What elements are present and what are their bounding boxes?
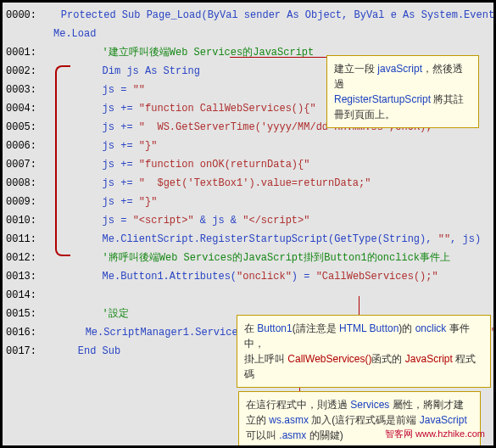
code-span: Dim js As String: [53, 65, 200, 77]
code-row: 0010: js = "<script>" & js & "</script>": [3, 211, 493, 230]
code-span: "}": [139, 196, 158, 208]
line-number: 0009:: [3, 193, 53, 211]
line-number: 0002:: [3, 62, 53, 81]
line-number: 0007:: [3, 155, 53, 174]
code-span: Me.Load: [53, 28, 96, 40]
code-span: "}": [139, 140, 158, 152]
leader-1: [230, 57, 326, 58]
txt: HTML Button: [339, 322, 398, 334]
line-number: 0008:: [3, 174, 53, 193]
code-row: 0009: js += "}": [3, 193, 493, 211]
code-row: 0000: Protected Sub Page_Load(ByVal send…: [3, 6, 493, 25]
code-content: Dim js As String: [53, 62, 200, 81]
code-row: 0013: Me.Button1.Attributes("onclick") =…: [3, 267, 493, 286]
code-content: js = "<script>" & js & "</script>": [53, 211, 309, 230]
line-number: 0011:: [3, 230, 53, 249]
line-number: 0001:: [3, 43, 53, 62]
code-row: 0007: js += "function onOK(returnData){": [3, 155, 493, 174]
txt: javaScript: [377, 63, 422, 75]
line-number: 0010:: [3, 211, 53, 230]
line-number: 0014:: [3, 286, 53, 305]
code-content: '設定: [53, 305, 129, 323]
code-content: '將呼叫後端Web Services的JavaScript掛到Button1的o…: [53, 249, 450, 267]
txt: RegisterStartupScript: [334, 93, 433, 105]
code-row: 0006: js += "}": [3, 137, 493, 155]
txt: 在: [244, 322, 257, 334]
code-span: "": [133, 84, 145, 96]
txt: 將其註: [433, 93, 464, 105]
code-span: "function CallWebServices(){": [139, 103, 316, 115]
line-number: 0003:: [3, 81, 53, 99]
line-number: 0016:: [3, 323, 36, 342]
code-span: , js): [450, 233, 481, 245]
code-span: ) =: [292, 271, 316, 283]
code-content: js += "function onOK(returnData){": [53, 155, 309, 174]
code-span: "onclick": [237, 271, 292, 283]
code-span: '將呼叫後端Web Services的JavaScript掛到Button1的o…: [53, 252, 450, 264]
txt: 的關鍵): [309, 429, 343, 441]
code-row: 0014:: [3, 286, 493, 305]
code-content: Me.Load: [53, 25, 96, 43]
code-span: Me.Button1.Attributes(: [53, 271, 237, 283]
code-span: End Sub: [53, 345, 120, 357]
txt: 立的: [246, 414, 269, 426]
txt: onclick: [415, 322, 449, 334]
txt: Services: [350, 399, 392, 411]
code-span: & js &: [194, 215, 243, 227]
line-number: 0013:: [3, 267, 53, 286]
code-span: " $get('TextBox1').value=returnData;": [139, 177, 371, 189]
code-content: Me.Button1.Attributes("onclick") = "Call…: [53, 267, 438, 286]
code-row: 0012: '將呼叫後端Web Services的JavaScript掛到But…: [3, 249, 493, 267]
txt: 冊到頁面上。: [334, 109, 395, 120]
code-span: "function onOK(returnData){": [139, 159, 310, 171]
code-content: Me.ClientScript.RegisterStartupScript(Ge…: [53, 230, 481, 249]
txt: 函式的: [371, 353, 404, 365]
line-number: 0005:: [3, 118, 53, 137]
code-content: js += " $get('TextBox1').value=returnDat…: [53, 174, 371, 193]
callout-onclick: 在 Button1(請注意是 HTML Button)的 onclick 事件中…: [237, 315, 491, 388]
callout-register-script: 建立一段 javaScript，然後透過 RegisterStartupScri…: [326, 55, 479, 128]
code-span: "": [438, 233, 450, 245]
txt: 建立一段: [334, 63, 377, 75]
code-document: 0000: Protected Sub Page_Load(ByVal send…: [0, 0, 496, 448]
line-number: 0015:: [3, 305, 53, 323]
leader-2: [359, 296, 359, 315]
txt: 屬性，將剛才建: [393, 399, 464, 411]
brace-group-1: [55, 65, 70, 256]
code-span: Protected Sub Page_Load(ByVal sender As …: [36, 9, 496, 21]
line-number: 0012:: [3, 249, 53, 267]
txt: 加入(這行程式碼是前端: [311, 414, 419, 426]
code-span: Me.ClientScript.RegisterStartupScript(Ge…: [53, 233, 438, 245]
watermark: 智客网 www.hzhike.com: [385, 428, 485, 440]
code-row: 0008: js += " $get('TextBox1').value=ret…: [3, 174, 493, 193]
txt: )的: [398, 322, 415, 334]
txt: 可以叫: [246, 429, 279, 441]
txt: CallWebServices(): [287, 353, 371, 365]
code-span: "<script>": [133, 215, 194, 227]
code-span: '設定: [53, 308, 129, 320]
txt: Button1: [257, 322, 292, 334]
code-content: js += "function CallWebServices(){": [53, 99, 316, 118]
code-content: Protected Sub Page_Load(ByVal sender As …: [36, 6, 496, 25]
code-span: "</script>": [242, 215, 309, 227]
txt: JavaScript: [420, 414, 467, 426]
code-span: "CallWebServices();": [316, 271, 438, 283]
code-content: End Sub: [53, 342, 120, 361]
txt: 掛上呼叫: [244, 353, 287, 365]
txt: .asmx: [279, 429, 309, 441]
line-number: 0017:: [3, 342, 53, 361]
code-content: '建立呼叫後端Web Services的JavaScript: [53, 43, 314, 62]
line-number: 0006:: [3, 137, 53, 155]
line-number: 0000:: [3, 6, 36, 25]
line-number: 0004:: [3, 99, 53, 118]
txt: 在這行程式中，則透過: [246, 399, 350, 411]
txt: JavaScript: [405, 353, 455, 365]
code-row: 0011: Me.ClientScript.RegisterStartupScr…: [3, 230, 493, 249]
code-row: Me.Load: [3, 25, 493, 43]
txt: ws.asmx: [269, 414, 311, 426]
txt: (請注意是: [293, 322, 339, 334]
